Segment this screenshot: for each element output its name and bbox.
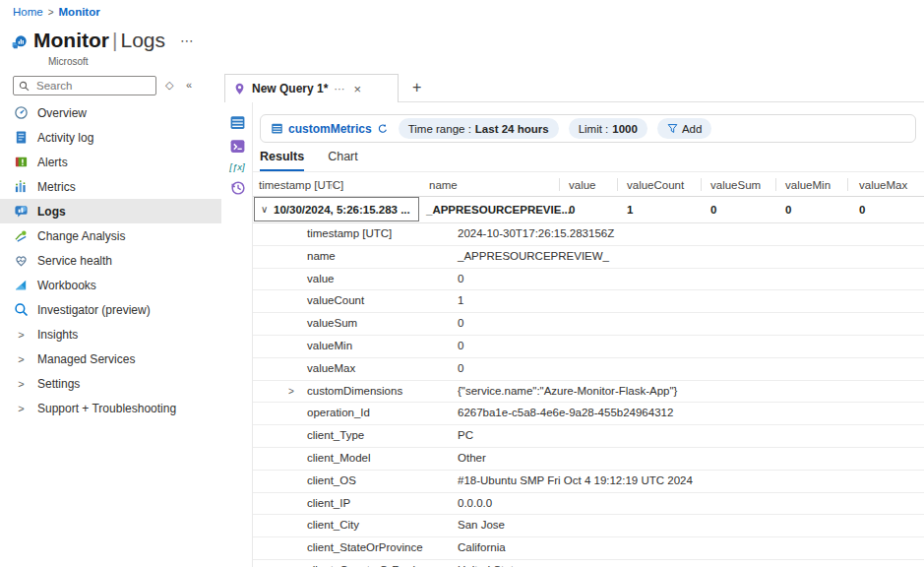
cell-valuemin[interactable]: 0	[785, 197, 791, 222]
tables-icon[interactable]	[229, 114, 246, 131]
detail-key: operation_Id	[307, 403, 370, 424]
tab-results[interactable]: Results	[260, 150, 304, 171]
detail-row-client-ip[interactable]: client_IP 0.0.0.0	[253, 493, 924, 516]
sidebar-item-logs[interactable]: Logs	[0, 199, 221, 223]
table-reference[interactable]: customMetrics	[271, 122, 389, 136]
monitor-app-icon	[12, 28, 27, 57]
sidebar-item-service-health[interactable]: Service health	[0, 248, 221, 273]
sidebar-item-activity-log[interactable]: Activity log	[0, 125, 221, 150]
detail-row-valuemax[interactable]: valueMax 0	[253, 358, 924, 381]
limit-value: 1000	[612, 123, 638, 135]
tab-new-query-1[interactable]: New Query 1* ⋯ ×	[224, 74, 399, 102]
tab-chart[interactable]: Chart	[328, 150, 358, 171]
detail-row-client-countryorregion[interactable]: client_CountryOrRegion United States	[253, 560, 924, 567]
sidebar-item-managed-services[interactable]: > Managed Services	[0, 346, 221, 371]
detail-value: United States	[458, 560, 525, 567]
investigator-icon	[14, 302, 29, 317]
detail-value: 0	[458, 358, 463, 380]
table-row[interactable]: ∨ 10/30/2024, 5:26:15.283 ... _APPRESOUR…	[253, 197, 924, 222]
column-header-valuemax[interactable]: valueMax	[859, 174, 907, 196]
breadcrumb-home-link[interactable]: Home	[13, 6, 43, 18]
header-more-button[interactable]: ⋯	[180, 32, 195, 48]
detail-row-valuecount[interactable]: valueCount 1	[253, 290, 924, 313]
column-separator[interactable]	[617, 178, 618, 191]
column-header-name[interactable]: name	[429, 174, 458, 196]
sidebar-item-overview[interactable]: Overview	[0, 100, 221, 125]
functions-icon[interactable]: [ƒx]	[229, 161, 244, 172]
results-tab-border	[253, 171, 924, 172]
detail-row-valuemin[interactable]: valueMin 0	[253, 336, 924, 358]
sidebar-item-label: Workbooks	[37, 279, 96, 292]
detail-key: valueMax	[307, 358, 355, 380]
detail-row-name[interactable]: name _APPRESOURCEPREVIEW_	[253, 246, 924, 269]
sidebar-item-settings[interactable]: > Settings	[0, 371, 221, 396]
detail-row-valuesum[interactable]: valueSum 0	[253, 313, 924, 336]
cell-valuecount[interactable]: 1	[627, 197, 633, 222]
detail-key: value	[307, 269, 335, 290]
detail-key: valueCount	[307, 290, 364, 312]
limit-pill[interactable]: Limit : 1000	[569, 118, 647, 139]
query-pin-icon	[233, 83, 246, 95]
detail-row-client-os[interactable]: client_OS #18-Ubuntu SMP Fri Oct 4 19:12…	[253, 471, 924, 493]
column-header-valuesum[interactable]: valueSum	[710, 174, 761, 196]
detail-row-value[interactable]: value 0	[253, 269, 924, 291]
add-filter-pill[interactable]: Add	[657, 118, 711, 139]
tab-close-icon[interactable]: ×	[353, 82, 361, 96]
collapse-sidebar-icon[interactable]: «	[186, 79, 192, 91]
column-header-valuecount[interactable]: valueCount	[627, 174, 684, 196]
sidebar-item-workbooks[interactable]: Workbooks	[0, 273, 221, 297]
detail-key: client_IP	[307, 493, 350, 515]
breadcrumb-monitor-link[interactable]: Monitor	[59, 6, 100, 18]
search-input[interactable]	[34, 79, 151, 93]
cell-value[interactable]: 0	[569, 197, 575, 222]
detail-row-customdimensions[interactable]: > customDimensions {"service.name":"Azur…	[253, 381, 924, 404]
queries-icon[interactable]	[229, 138, 246, 155]
column-header-value[interactable]: value	[569, 174, 596, 196]
cell-name[interactable]: _APPRESOURCEPREVIE...	[426, 197, 571, 222]
detail-key: client_City	[307, 515, 359, 536]
column-separator[interactable]	[775, 178, 776, 191]
sidebar-item-investigator[interactable]: Investigator (preview)	[0, 297, 221, 322]
column-separator[interactable]	[701, 178, 702, 191]
sidebar-item-change-analysis[interactable]: Change Analysis	[0, 223, 221, 248]
time-range-value: Last 24 hours	[475, 123, 549, 135]
sidebar-item-alerts[interactable]: Alerts	[0, 150, 221, 174]
detail-row-client-model[interactable]: client_Model Other	[253, 448, 924, 471]
detail-row-client-stateorprovince[interactable]: client_StateOrProvince California	[253, 537, 924, 560]
expand-chevron-icon[interactable]: >	[288, 381, 294, 403]
tab-more-icon[interactable]: ⋯	[334, 83, 345, 95]
detail-row-operation-id[interactable]: operation_Id 6267ba1e-c5a8-4e6e-9a28-455…	[253, 403, 924, 425]
column-header-valuemin[interactable]: valueMin	[785, 174, 831, 196]
sidebar-item-label: Insights	[37, 328, 78, 342]
column-separator[interactable]	[847, 178, 848, 191]
sort-icon[interactable]: ↑↓	[329, 175, 338, 197]
page-header: Monitor|Logs	[12, 28, 165, 57]
table-name[interactable]: customMetrics	[288, 122, 372, 136]
sidebar-item-support-troubleshooting[interactable]: > Support + Troubleshooting	[0, 396, 221, 420]
detail-row-client-type[interactable]: client_Type PC	[253, 425, 924, 448]
cell-timestamp[interactable]: 10/30/2024, 5:26:15.283 ...	[274, 197, 410, 222]
detail-value: California	[458, 537, 506, 559]
dock-icon[interactable]: ◇	[165, 79, 173, 92]
cell-valuemax[interactable]: 0	[859, 197, 865, 222]
query-history-icon[interactable]	[229, 179, 246, 196]
cell-valuesum[interactable]: 0	[710, 197, 716, 222]
page-title-primary: Monitor	[33, 29, 109, 51]
detail-value: San Jose	[458, 515, 505, 536]
sidebar-item-label: Logs	[37, 205, 66, 219]
new-tab-button[interactable]: +	[412, 79, 421, 96]
detail-key: client_Type	[307, 425, 364, 447]
page-title: Monitor|Logs	[33, 28, 165, 53]
chevron-right-icon: >	[14, 378, 29, 390]
sidebar-item-insights[interactable]: > Insights	[0, 322, 221, 346]
detail-row-timestamp[interactable]: timestamp [UTC] 2024-10-30T17:26:15.2831…	[253, 223, 924, 246]
time-range-pill[interactable]: Time range : Last 24 hours	[399, 118, 559, 139]
detail-value: 0	[458, 336, 463, 357]
sidebar-item-metrics[interactable]: Metrics	[0, 174, 221, 199]
row-expand-chevron-icon[interactable]: ∨	[261, 197, 268, 222]
sidebar-item-label: Overview	[37, 106, 87, 120]
detail-row-client-city[interactable]: client_City San Jose	[253, 515, 924, 537]
refresh-icon[interactable]	[377, 123, 389, 135]
sidebar-search[interactable]	[13, 76, 156, 95]
column-separator[interactable]	[559, 178, 560, 191]
